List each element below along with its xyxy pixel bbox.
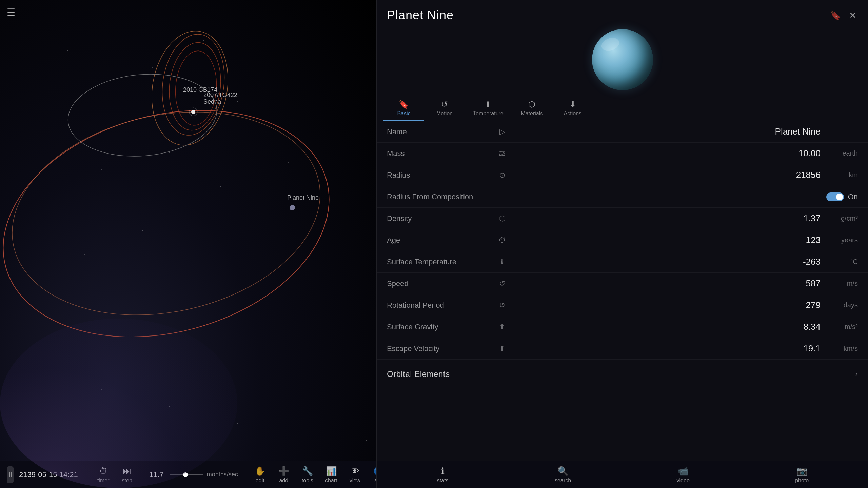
prop-age-unit: years bbox=[824, 236, 858, 244]
edit-icon: ✋ bbox=[255, 466, 265, 476]
prop-speed-unit: m/s bbox=[824, 280, 858, 287]
pause-button[interactable]: ⏸ bbox=[7, 466, 14, 483]
prop-surface-gravity-value: 8.34 bbox=[509, 322, 824, 332]
prop-age-row[interactable]: Age ⏱ 123 years bbox=[377, 229, 868, 251]
edit-label: edit bbox=[256, 477, 264, 484]
panel-toolbar-stats[interactable]: ℹ stats bbox=[431, 464, 455, 486]
prop-name-icon: ▷ bbox=[495, 127, 509, 136]
speed-slider[interactable] bbox=[170, 474, 203, 475]
step-label: step bbox=[122, 477, 132, 484]
prop-escape-velocity-icon: ⬆ bbox=[495, 344, 509, 353]
svg-point-4 bbox=[156, 30, 231, 139]
planet-preview bbox=[377, 26, 868, 96]
photo-icon: 📷 bbox=[796, 466, 807, 476]
tab-actions[interactable]: ⬇ Actions bbox=[552, 96, 593, 121]
prop-rotational-period-label: Rotational Period bbox=[387, 301, 495, 310]
bookmark-icon: 🔖 bbox=[830, 10, 841, 20]
tab-basic[interactable]: 🔖 Basic bbox=[383, 96, 424, 121]
prop-escape-velocity-value: 19.1 bbox=[509, 343, 824, 354]
prop-mass-value: 10.00 bbox=[509, 148, 824, 159]
materials-tab-label: Materials bbox=[521, 110, 543, 117]
prop-age-value: 123 bbox=[509, 235, 824, 245]
prop-surface-temperature-row[interactable]: Surface Temperature 🌡 -263 °C bbox=[377, 251, 868, 273]
tab-motion[interactable]: ↺ Motion bbox=[424, 96, 465, 121]
prop-radius-composition-label: Radius From Composition bbox=[387, 192, 495, 201]
prop-radius-label: Radius bbox=[387, 171, 495, 180]
prop-radius-value: 21856 bbox=[509, 170, 824, 180]
prop-rotational-period-unit: days bbox=[824, 301, 858, 309]
prop-speed-label: Speed bbox=[387, 279, 495, 288]
properties-list: Name ▷ Planet Nine Mass ⚖ 10.00 earth Ra… bbox=[377, 121, 868, 488]
menu-icon: ☰ bbox=[7, 7, 15, 18]
tools-label: tools bbox=[302, 477, 313, 484]
toolbar-item-view[interactable]: 👁 view bbox=[343, 464, 367, 486]
bookmark-button[interactable]: 🔖 bbox=[829, 9, 842, 22]
prop-name-label: Name bbox=[387, 127, 495, 136]
prop-density-row[interactable]: Density ⬡ 1.37 g/cm³ bbox=[377, 208, 868, 229]
prop-escape-velocity-row[interactable]: Escape Velocity ⬆ 19.1 km/s bbox=[377, 338, 868, 360]
close-icon: ✕ bbox=[849, 10, 856, 20]
prop-surface-temperature-unit: °C bbox=[824, 258, 858, 266]
temperature-tab-label: Temperature bbox=[473, 110, 504, 117]
toolbar-item-tools[interactable]: 🔧 tools bbox=[296, 464, 319, 486]
toolbar-item-sim[interactable]: 🔵 sim bbox=[367, 464, 376, 486]
prop-radius-row[interactable]: Radius ⊙ 21856 km bbox=[377, 164, 868, 186]
search-label: search bbox=[555, 477, 571, 484]
prop-surface-gravity-row[interactable]: Surface Gravity ⬆ 8.34 m/s² bbox=[377, 316, 868, 338]
prop-mass-row[interactable]: Mass ⚖ 10.00 earth bbox=[377, 143, 868, 164]
panel-bottom-toolbar: ℹ stats 🔍 search 📹 video 📷 photo bbox=[377, 461, 868, 488]
prop-speed-row[interactable]: Speed ↺ 587 m/s bbox=[377, 273, 868, 294]
svg-point-0 bbox=[0, 76, 355, 371]
actions-tab-icon: ⬇ bbox=[569, 100, 576, 109]
prop-density-value: 1.37 bbox=[509, 213, 824, 224]
panel-toolbar-search[interactable]: 🔍 search bbox=[549, 464, 576, 486]
prop-surface-temperature-label: Surface Temperature bbox=[387, 258, 495, 266]
pause-icon: ⏸ bbox=[7, 471, 14, 479]
orbital-elements-section[interactable]: Orbital Elements › bbox=[377, 363, 868, 385]
prop-mass-icon: ⚖ bbox=[495, 149, 509, 158]
panel-toolbar-video[interactable]: 📹 video bbox=[671, 464, 695, 486]
prop-radius-composition-row[interactable]: Radius From Composition On bbox=[377, 186, 868, 208]
panel-header: Planet Nine 🔖 ✕ bbox=[377, 0, 868, 26]
radius-composition-toggle-container: On bbox=[509, 192, 858, 201]
close-button[interactable]: ✕ bbox=[848, 9, 858, 22]
add-icon: ➕ bbox=[278, 466, 289, 476]
stats-icon: ℹ bbox=[441, 466, 445, 476]
orbital-elements-title: Orbital Elements bbox=[387, 369, 450, 379]
prop-speed-value: 587 bbox=[509, 278, 824, 289]
panel-toolbar-photo[interactable]: 📷 photo bbox=[790, 464, 814, 486]
right-panel: Planet Nine 🔖 ✕ 🔖 Basic ↺ Motion 🌡 Tempe… bbox=[376, 0, 868, 488]
menu-button[interactable]: ☰ bbox=[7, 7, 15, 18]
sim-icon: 🔵 bbox=[373, 466, 376, 476]
basic-tab-label: Basic bbox=[397, 110, 410, 117]
main-view: ☰ 2010 GB174 2007/TG422 Sedna Planet Nin… bbox=[0, 0, 376, 488]
materials-tab-icon: ⬡ bbox=[528, 100, 535, 109]
tab-bar: 🔖 Basic ↺ Motion 🌡 Temperature ⬡ Materia… bbox=[377, 96, 868, 121]
tab-temperature[interactable]: 🌡 Temperature bbox=[465, 96, 512, 121]
planet-sphere bbox=[592, 29, 653, 90]
prop-density-label: Density bbox=[387, 214, 495, 223]
svg-point-1 bbox=[0, 85, 339, 342]
motion-tab-icon: ↺ bbox=[441, 100, 448, 109]
toolbar-item-add[interactable]: ➕ add bbox=[272, 464, 296, 486]
prop-rotational-period-row[interactable]: Rotational Period ↺ 279 days bbox=[377, 294, 868, 316]
prop-radius-unit: km bbox=[824, 171, 858, 179]
chart-label: chart bbox=[325, 477, 337, 484]
tab-materials[interactable]: ⬡ Materials bbox=[512, 96, 552, 121]
prop-surface-temperature-value: -263 bbox=[509, 257, 824, 267]
toolbar-item-chart[interactable]: 📊 chart bbox=[319, 464, 343, 486]
prop-rotational-period-value: 279 bbox=[509, 300, 824, 310]
prop-radius-icon: ⊙ bbox=[495, 171, 509, 180]
photo-label: photo bbox=[795, 477, 809, 484]
toolbar-item-step[interactable]: ⏭ step bbox=[115, 464, 139, 486]
radius-composition-toggle[interactable] bbox=[826, 192, 844, 201]
svg-point-7 bbox=[191, 110, 195, 114]
toolbar-item-edit[interactable]: ✋ edit bbox=[248, 464, 272, 486]
toolbar-item-timer[interactable]: ⏱ timer bbox=[92, 464, 115, 486]
prop-escape-velocity-label: Escape Velocity bbox=[387, 344, 495, 353]
actions-tab-label: Actions bbox=[564, 110, 581, 117]
temperature-tab-icon: 🌡 bbox=[484, 100, 492, 109]
prop-name-row[interactable]: Name ▷ Planet Nine bbox=[377, 121, 868, 143]
basic-tab-icon: 🔖 bbox=[399, 100, 409, 109]
prop-name-value: Planet Nine bbox=[509, 126, 824, 137]
